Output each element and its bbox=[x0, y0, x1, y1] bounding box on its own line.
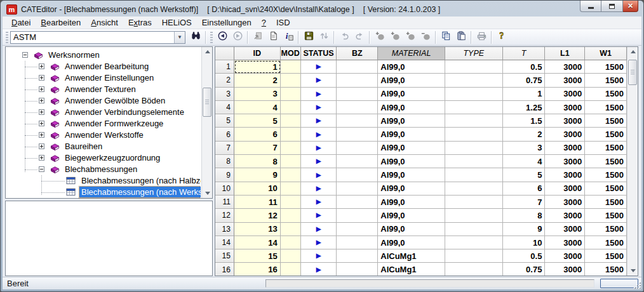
cell-id[interactable]: 2 bbox=[234, 74, 281, 87]
cell-mod[interactable] bbox=[281, 236, 301, 249]
tree-item-label[interactable]: Blechabmessungen (nach Werkstoff) bbox=[79, 187, 201, 197]
new-table-button[interactable] bbox=[265, 30, 281, 44]
grid-scrollbar[interactable] bbox=[627, 47, 638, 275]
cell-id[interactable]: 7 bbox=[234, 142, 281, 155]
cell-mod[interactable] bbox=[281, 74, 301, 87]
cell-id[interactable]: 11 bbox=[234, 196, 281, 209]
cell-w1[interactable]: 1500 bbox=[585, 209, 627, 222]
cell-mod[interactable] bbox=[281, 223, 301, 236]
scroll-up-icon[interactable] bbox=[627, 47, 638, 56]
cell-bz[interactable] bbox=[337, 88, 378, 101]
cell-w1[interactable]: 1500 bbox=[585, 223, 627, 236]
cell-status[interactable]: ▶ bbox=[301, 249, 337, 263]
cell-type[interactable] bbox=[445, 114, 503, 128]
cell-status[interactable]: ▶ bbox=[301, 101, 337, 114]
row-header[interactable]: 12 bbox=[215, 209, 234, 222]
sort-button[interactable] bbox=[316, 30, 332, 44]
cell-mod[interactable] bbox=[281, 101, 301, 114]
cell-id[interactable]: 16 bbox=[234, 263, 281, 275]
cell-material[interactable]: Al99,0 bbox=[378, 101, 445, 114]
cell-type[interactable] bbox=[445, 168, 503, 182]
cell-bz[interactable] bbox=[337, 196, 378, 209]
cell-w1[interactable]: 1500 bbox=[585, 182, 627, 196]
cell-id[interactable]: 5 bbox=[234, 114, 281, 128]
table-info-button[interactable]: i bbox=[281, 30, 296, 44]
cell-mod[interactable] bbox=[281, 196, 301, 209]
cell-t[interactable]: 1 bbox=[503, 88, 546, 101]
column-header-status[interactable]: STATUS bbox=[301, 47, 337, 60]
cell-bz[interactable] bbox=[337, 263, 378, 275]
catalog-search-input[interactable] bbox=[11, 32, 174, 43]
cell-id[interactable]: 4 bbox=[234, 101, 281, 114]
tree-item[interactable]: Anwender Formwerkzeuge bbox=[6, 118, 201, 129]
undo-button[interactable] bbox=[337, 30, 352, 44]
cell-bz[interactable] bbox=[337, 236, 378, 249]
tree-item[interactable]: Anwender Gewölbte Böden bbox=[6, 95, 201, 107]
cell-mod[interactable] bbox=[281, 60, 301, 74]
row-header[interactable]: 14 bbox=[215, 236, 234, 249]
tree-item[interactable]: Blechabmessungen (nach Halbzeug) bbox=[6, 175, 201, 187]
cell-w1[interactable]: 1500 bbox=[585, 196, 627, 209]
tree-item-label[interactable]: Baureihen bbox=[63, 141, 104, 152]
cell-l1[interactable]: 3000 bbox=[545, 196, 585, 209]
menu-bearbeiten[interactable]: Bearbeiten bbox=[36, 17, 86, 28]
save-button[interactable] bbox=[301, 30, 316, 44]
cell-type[interactable] bbox=[445, 196, 503, 209]
cell-l1[interactable]: 3000 bbox=[545, 60, 585, 74]
cell-material[interactable]: Al99,0 bbox=[378, 88, 445, 101]
cell-l1[interactable]: 3000 bbox=[545, 168, 585, 182]
menu-isd[interactable]: ISD bbox=[271, 17, 295, 28]
cell-l1[interactable]: 3000 bbox=[545, 209, 585, 222]
cell-mod[interactable] bbox=[281, 128, 301, 141]
cell-type[interactable] bbox=[445, 128, 503, 141]
tree-item-label[interactable]: Blechabmessungen (nach Halbzeug) bbox=[79, 175, 201, 186]
cell-bz[interactable] bbox=[337, 142, 378, 155]
cell-type[interactable] bbox=[445, 182, 503, 196]
cell-id[interactable]: 12 bbox=[234, 209, 281, 222]
row-header[interactable]: 13 bbox=[215, 223, 234, 236]
menu-datei[interactable]: Datei bbox=[6, 17, 36, 28]
cell-mod[interactable] bbox=[281, 142, 301, 155]
row-header[interactable]: 4 bbox=[215, 101, 234, 114]
cell-status[interactable]: ▶ bbox=[301, 236, 337, 249]
cell-mod[interactable] bbox=[281, 263, 301, 275]
cell-bz[interactable] bbox=[337, 60, 378, 74]
title-bar[interactable]: m CATEditor - [Blechabmessungen (nach We… bbox=[3, 1, 641, 17]
cell-mod[interactable] bbox=[281, 155, 301, 168]
cell-status[interactable]: ▶ bbox=[301, 263, 337, 275]
cell-mod[interactable] bbox=[281, 249, 301, 263]
cell-id[interactable]: 3 bbox=[234, 88, 281, 101]
cell-t[interactable]: 2 bbox=[503, 128, 546, 141]
cell-type[interactable] bbox=[445, 155, 503, 168]
cell-bz[interactable] bbox=[337, 114, 378, 128]
cell-bz[interactable] bbox=[337, 155, 378, 168]
cell-t[interactable]: 5 bbox=[503, 168, 546, 182]
cell-bz[interactable] bbox=[337, 249, 378, 263]
tree-item[interactable]: Anwender Verbindungselemente bbox=[6, 107, 201, 118]
tree-item-label[interactable]: Anwender Werkstoffe bbox=[63, 129, 145, 140]
cell-l1[interactable]: 3000 bbox=[545, 263, 585, 275]
forward-button[interactable] bbox=[230, 30, 245, 44]
cell-bz[interactable] bbox=[337, 168, 378, 182]
cell-type[interactable] bbox=[445, 60, 503, 74]
cell-status[interactable]: ▶ bbox=[301, 196, 337, 209]
toolbar-grip[interactable] bbox=[210, 32, 213, 43]
cell-t[interactable]: 7 bbox=[503, 196, 546, 209]
cell-type[interactable] bbox=[445, 209, 503, 222]
cell-bz[interactable] bbox=[337, 101, 378, 114]
cell-l1[interactable]: 3000 bbox=[545, 249, 585, 263]
row-header[interactable]: 5 bbox=[215, 114, 234, 128]
expand-icon[interactable] bbox=[39, 75, 44, 81]
expand-icon[interactable] bbox=[39, 109, 44, 115]
scroll-down-icon[interactable] bbox=[627, 266, 638, 275]
cell-w1[interactable]: 1500 bbox=[585, 249, 627, 263]
cell-bz[interactable] bbox=[337, 182, 378, 196]
minimize-button[interactable] bbox=[580, 1, 601, 12]
restore-button[interactable] bbox=[601, 1, 623, 12]
column-header-type[interactable]: TYPE bbox=[445, 47, 503, 60]
tree-item[interactable]: Blechabmessungen (nach Werkstoff) bbox=[6, 187, 201, 198]
row-header[interactable]: 7 bbox=[215, 142, 234, 155]
row-header[interactable]: 16 bbox=[215, 263, 234, 275]
cell-mod[interactable] bbox=[281, 168, 301, 182]
tree-item[interactable]: Anwender Texturen bbox=[6, 84, 201, 95]
